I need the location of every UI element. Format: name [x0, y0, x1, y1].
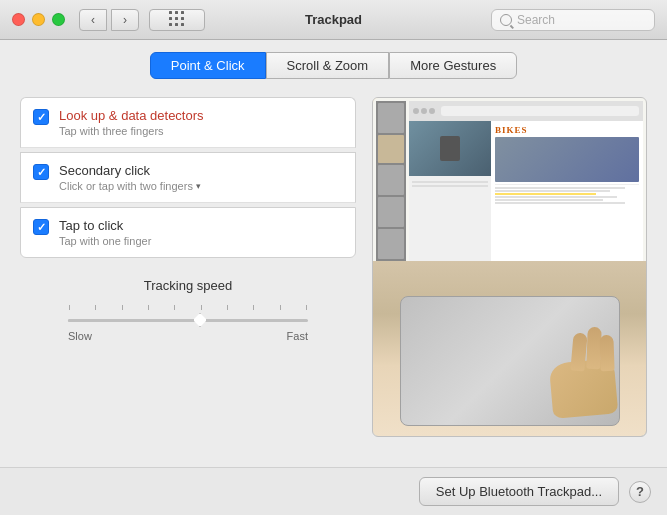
help-button[interactable]: ?	[629, 481, 651, 503]
back-button[interactable]: ‹	[79, 9, 107, 31]
slider-track	[68, 319, 308, 322]
checkbox-secondary-click[interactable]	[33, 164, 49, 180]
option-secondary-title: Secondary click	[59, 163, 201, 178]
bluetooth-button[interactable]: Set Up Bluetooth Trackpad...	[419, 477, 619, 506]
dropdown-arrow-icon: ▾	[196, 181, 201, 191]
search-icon	[500, 14, 512, 26]
close-button[interactable]	[12, 13, 25, 26]
option-tap-click: Tap to click Tap with one finger	[20, 207, 356, 258]
tracking-section: Tracking speed	[20, 278, 356, 352]
slider-fill	[68, 319, 200, 322]
hand-image	[526, 336, 626, 416]
slider-labels: Slow Fast	[68, 330, 308, 342]
option-secondary-click: Secondary click Click or tap with two fi…	[20, 152, 356, 203]
option-tap-title: Tap to click	[59, 218, 151, 233]
tab-point-click[interactable]: Point & Click	[150, 52, 266, 79]
secondary-dropdown[interactable]: Click or tap with two fingers ▾	[59, 180, 201, 192]
browser-bar	[409, 101, 643, 121]
nav-buttons: ‹ ›	[79, 9, 139, 31]
window-title: Trackpad	[305, 12, 362, 27]
grid-icon	[169, 11, 186, 28]
slider-label-slow: Slow	[68, 330, 92, 342]
maximize-button[interactable]	[52, 13, 65, 26]
slider-label-fast: Fast	[287, 330, 308, 342]
tab-bar: Point & Click Scroll & Zoom More Gesture…	[0, 40, 667, 89]
option-lookup: Look up & data detectors Tap with three …	[20, 97, 356, 148]
traffic-lights	[12, 13, 65, 26]
demo-image: BIKES	[373, 98, 646, 436]
option-lookup-subtitle: Tap with three fingers	[59, 125, 204, 137]
search-box[interactable]: Search	[491, 9, 655, 31]
secondary-subtitle: Click or tap with two fingers	[59, 180, 193, 192]
main-content: Point & Click Scroll & Zoom More Gesture…	[0, 40, 667, 515]
option-tap-text: Tap to click Tap with one finger	[59, 218, 151, 247]
tab-scroll-zoom[interactable]: Scroll & Zoom	[266, 52, 390, 79]
hands-demo	[373, 261, 646, 436]
search-placeholder: Search	[517, 13, 555, 27]
slider-thumb[interactable]	[193, 313, 207, 327]
option-secondary-text: Secondary click Click or tap with two fi…	[59, 163, 201, 192]
checkbox-lookup[interactable]	[33, 109, 49, 125]
slider-row	[68, 310, 308, 330]
grid-button[interactable]	[149, 9, 205, 31]
left-panel: Look up & data detectors Tap with three …	[20, 97, 356, 467]
option-lookup-title: Look up & data detectors	[59, 108, 204, 123]
option-lookup-text: Look up & data detectors Tap with three …	[59, 108, 204, 137]
checkbox-tap-click[interactable]	[33, 219, 49, 235]
forward-button[interactable]: ›	[111, 9, 139, 31]
bottom-bar: Set Up Bluetooth Trackpad... ?	[0, 467, 667, 515]
option-tap-subtitle: Tap with one finger	[59, 235, 151, 247]
tracking-slider-container: Slow Fast	[68, 303, 308, 342]
content-area: Look up & data detectors Tap with three …	[0, 89, 667, 467]
minimize-button[interactable]	[32, 13, 45, 26]
titlebar: ‹ › Trackpad Search	[0, 0, 667, 40]
demo-image-panel: BIKES	[372, 97, 647, 437]
tracking-label: Tracking speed	[144, 278, 232, 293]
tab-more-gestures[interactable]: More Gestures	[389, 52, 517, 79]
